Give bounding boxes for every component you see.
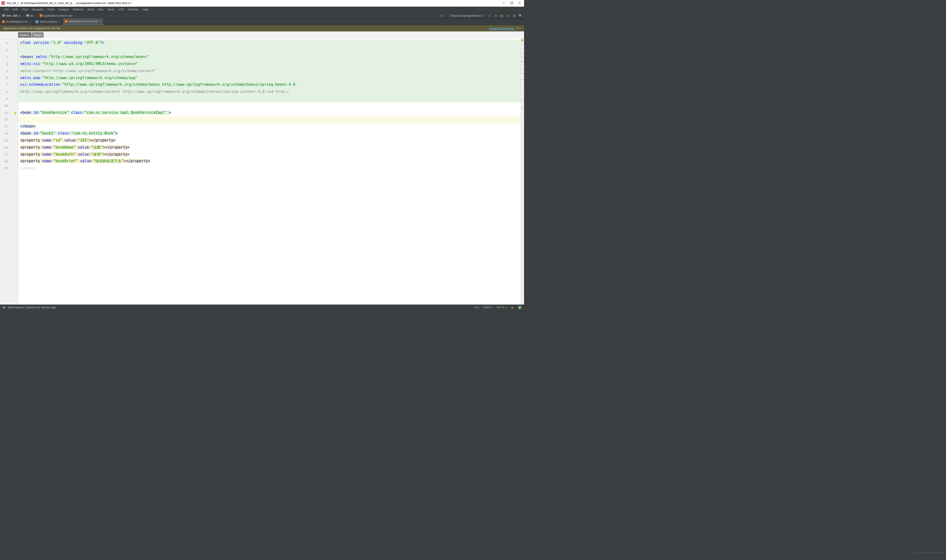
- scroll-marker[interactable]: [521, 69, 524, 70]
- line-number: 9: [0, 95, 18, 102]
- svg-rect-1: [511, 2, 513, 5]
- chevron-down-icon: ▾: [482, 14, 484, 17]
- notification-message: Application context not configured for t…: [3, 27, 60, 30]
- title-bar: IJ Test_SM_1 - [E:\WorkSpaceIdeal\Test_S…: [0, 0, 524, 7]
- notification-action-link[interactable]: Create Spring facet: [489, 27, 514, 30]
- menu-window[interactable]: Window: [126, 7, 140, 12]
- analysis-indicator-icon[interactable]: [521, 39, 524, 42]
- menu-tools[interactable]: Tools: [105, 7, 116, 12]
- menu-vcs[interactable]: VCS: [116, 7, 126, 12]
- scroll-marker[interactable]: [521, 108, 524, 109]
- app-icon: IJ: [2, 2, 5, 5]
- menu-code[interactable]: Code: [45, 7, 57, 12]
- line-number: 6: [0, 75, 18, 82]
- close-icon[interactable]: [518, 2, 521, 5]
- run-icon[interactable]: ▶: [488, 14, 491, 17]
- line-number: 14: [0, 130, 18, 137]
- tab-label: TestJunit.java: [40, 20, 57, 23]
- menu-run[interactable]: Run: [96, 7, 105, 12]
- status-message: Tests Passed: 1 passed (21 minutes ago): [8, 306, 56, 309]
- menu-build[interactable]: Build: [86, 7, 96, 12]
- breadcrumb-folder[interactable]: src: [26, 14, 34, 17]
- breadcrumb-file[interactable]: x applicationContext.xml: [40, 14, 72, 17]
- event-log-icon[interactable]: 2: [518, 306, 522, 309]
- xml-file-icon: x: [2, 20, 5, 23]
- java-file-icon: C: [35, 20, 39, 23]
- line-number: 11💡: [0, 109, 18, 117]
- crumb-bean[interactable]: bean: [32, 32, 43, 38]
- folder-icon: [2, 14, 5, 17]
- tab-label: applicationContext.xml: [69, 20, 98, 23]
- tab-applicationcontext[interactable]: x applicationContext.xml ×: [63, 18, 104, 25]
- line-number: 5: [0, 68, 18, 75]
- xml-file-icon: x: [65, 20, 68, 23]
- intention-bulb-icon[interactable]: 💡: [13, 111, 17, 115]
- editor-tabs: x BookMapper.xml × C TestJunit.java × x …: [0, 19, 524, 25]
- crumb-beans[interactable]: beans: [18, 32, 31, 38]
- minimize-icon[interactable]: [502, 2, 505, 5]
- maximize-icon[interactable]: [510, 2, 513, 5]
- tab-testjunit[interactable]: C TestJunit.java ×: [33, 19, 63, 25]
- tab-label: BookMapper.xml: [6, 20, 28, 23]
- run-config-label: TestJunit.springMethod1: [450, 14, 482, 17]
- search-icon[interactable]: 🔍: [519, 14, 522, 17]
- line-number: 8: [0, 88, 18, 95]
- breadcrumb-project[interactable]: Test_SM_1: [2, 14, 21, 17]
- run-config-selector[interactable]: ↘ TestJunit.springMethod1 ▾: [446, 14, 485, 18]
- stop-icon[interactable]: ■: [507, 14, 510, 17]
- gutter: 1 2 3 4 5 6 7 8 9 10 11💡 12 13 14 15 16 …: [0, 38, 18, 305]
- menu-refactor[interactable]: Refactor: [71, 7, 85, 12]
- line-number: 13: [0, 123, 18, 130]
- scroll-marker[interactable]: [521, 90, 524, 91]
- scroll-marker[interactable]: [521, 53, 524, 54]
- scroll-marker[interactable]: [521, 100, 524, 100]
- window-controls: [502, 2, 522, 5]
- menu-bar: File Edit View Navigate Code Analyze Ref…: [0, 7, 524, 13]
- menu-navigate[interactable]: Navigate: [30, 7, 45, 12]
- breadcrumb: Test_SM_1 〉 src 〉 x applicationContext.x…: [2, 14, 440, 17]
- line-number: 1: [0, 40, 18, 46]
- close-icon[interactable]: ×: [100, 20, 101, 23]
- show-tools-icon[interactable]: ▮▮: [3, 306, 6, 309]
- nav-bar: Test_SM_1 〉 src 〉 x applicationContext.x…: [0, 12, 524, 19]
- tab-bookmapper[interactable]: x BookMapper.xml ×: [0, 19, 33, 25]
- toolbar-right: ⬇⬆ ↘ TestJunit.springMethod1 ▾ ▶ ✱ ▶▶ ■ …: [440, 14, 522, 18]
- editor-area: 1 2 3 4 5 6 7 8 9 10 11💡 12 13 14 15 16 …: [0, 38, 524, 305]
- debug-icon[interactable]: ✱: [494, 14, 498, 17]
- close-icon[interactable]: ×: [59, 20, 60, 23]
- code-pane[interactable]: <?xml version="1.0" encoding="UTF-8"?> <…: [18, 38, 521, 305]
- chevron-right-icon: 〉: [35, 14, 38, 17]
- make-project-icon[interactable]: ⬇⬆: [440, 14, 443, 17]
- gear-icon[interactable]: ⚙ ▾: [516, 27, 521, 30]
- scroll-marker[interactable]: [521, 80, 524, 80]
- cursor-position[interactable]: 12:1: [474, 306, 479, 309]
- xml-file-icon: x: [40, 14, 43, 17]
- hector-icon[interactable]: 🔒: [511, 306, 514, 309]
- file-encoding[interactable]: UTF-8 ‡: [497, 306, 507, 309]
- menu-analyze[interactable]: Analyze: [57, 7, 71, 12]
- line-number: 18: [0, 158, 18, 165]
- menu-help[interactable]: Help: [140, 7, 151, 12]
- window-title: Test_SM_1 - [E:\WorkSpaceIdeal\Test_SM_1…: [7, 2, 502, 5]
- scroll-marker[interactable]: [521, 57, 524, 58]
- line-separator[interactable]: CRLF‡: [483, 306, 493, 309]
- scroll-marker[interactable]: [521, 73, 524, 74]
- coverage-icon[interactable]: ▶▶: [500, 14, 504, 17]
- menu-view[interactable]: View: [20, 7, 30, 12]
- line-number: 16: [0, 144, 18, 151]
- line-number: 17: [0, 151, 18, 158]
- chevron-right-icon: 〉: [22, 14, 25, 17]
- scroll-marker[interactable]: [521, 61, 524, 62]
- line-number: 10: [0, 102, 18, 109]
- run-config-icon: ↘: [447, 14, 450, 17]
- line-number: 19: [0, 165, 18, 172]
- menu-edit[interactable]: Edit: [11, 7, 20, 12]
- close-icon[interactable]: ×: [29, 20, 31, 23]
- breadcrumb-project-label: Test_SM_1: [6, 14, 20, 17]
- layout-icon[interactable]: ▣: [513, 14, 516, 17]
- line-number: 2: [0, 46, 18, 54]
- menu-file[interactable]: File: [2, 7, 11, 12]
- scroll-strip[interactable]: [521, 38, 524, 305]
- folder-icon: [26, 14, 29, 17]
- line-number: 12: [0, 117, 18, 123]
